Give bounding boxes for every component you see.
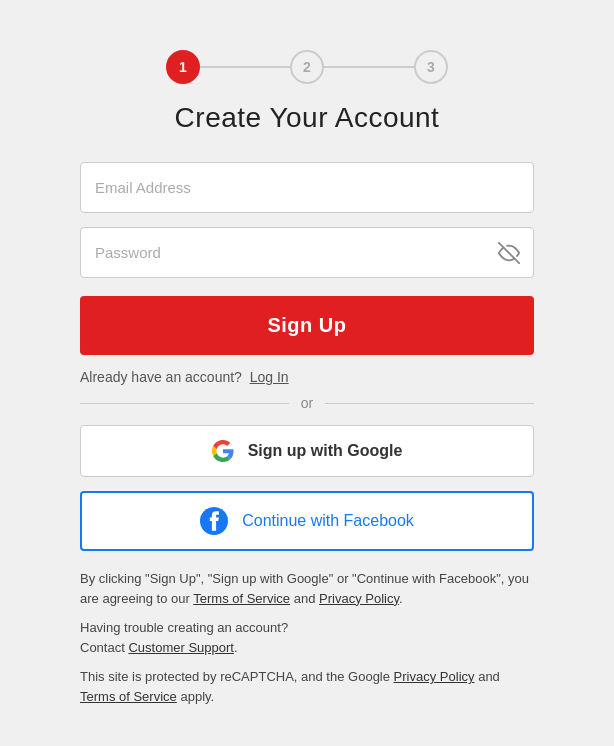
divider-text: or [289, 395, 325, 411]
login-link[interactable]: Log In [250, 369, 289, 385]
signup-button[interactable]: Sign Up [80, 296, 534, 355]
divider-line-left [80, 403, 289, 404]
step-line-2 [324, 66, 414, 68]
stepper: 1 2 3 [80, 50, 534, 84]
recaptcha-terms-link[interactable]: Terms of Service [80, 689, 177, 704]
step-2: 2 [290, 50, 324, 84]
privacy-policy-link[interactable]: Privacy Policy [319, 591, 399, 606]
google-button-label: Sign up with Google [248, 442, 403, 460]
divider: or [80, 395, 534, 411]
page-title: Create Your Account [80, 102, 534, 134]
recaptcha-privacy-link[interactable]: Privacy Policy [394, 669, 475, 684]
step-3: 3 [414, 50, 448, 84]
password-field[interactable] [80, 227, 534, 278]
footer-recaptcha-text: This site is protected by reCAPTCHA, and… [80, 667, 534, 706]
footer-trouble-text: Having trouble creating an account? Cont… [80, 618, 534, 657]
email-group [80, 162, 534, 213]
step-1: 1 [166, 50, 200, 84]
facebook-icon [200, 507, 228, 535]
login-link-row: Already have an account? Log In [80, 369, 534, 385]
already-account-text: Already have an account? [80, 369, 242, 385]
facebook-button-label: Continue with Facebook [242, 512, 414, 530]
footer-terms-text: By clicking "Sign Up", "Sign up with Goo… [80, 569, 534, 608]
email-field[interactable] [80, 162, 534, 213]
facebook-button[interactable]: Continue with Facebook [80, 491, 534, 551]
google-icon [212, 440, 234, 462]
customer-support-link[interactable]: Customer Support [128, 640, 234, 655]
page-container: 1 2 3 Create Your Account Sign Up Alread… [20, 20, 594, 746]
password-group [80, 227, 534, 278]
step-line-1 [200, 66, 290, 68]
divider-line-right [325, 403, 534, 404]
google-button[interactable]: Sign up with Google [80, 425, 534, 477]
password-toggle-icon[interactable] [498, 242, 520, 264]
terms-of-service-link[interactable]: Terms of Service [193, 591, 290, 606]
